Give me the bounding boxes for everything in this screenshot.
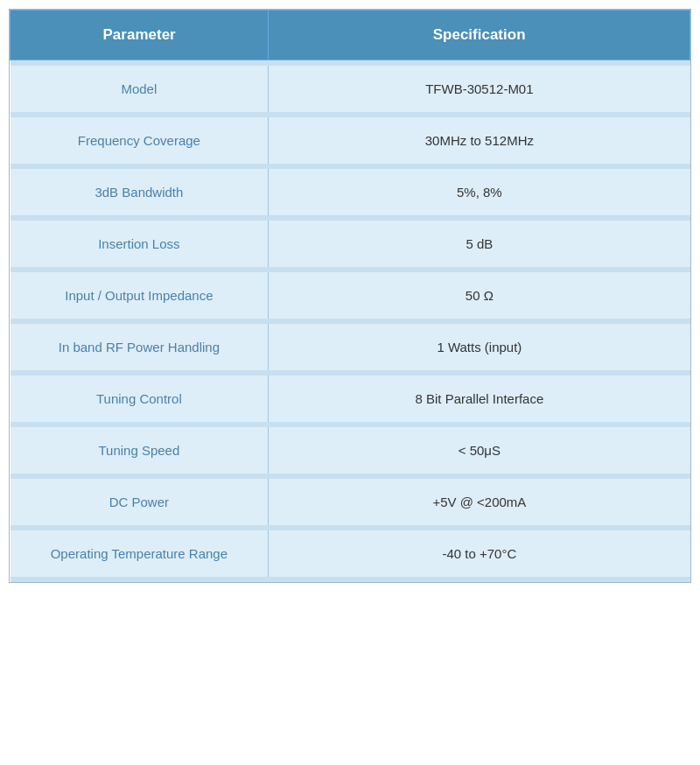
table-row: Frequency Coverage30MHz to 512MHz [10, 117, 690, 164]
table-row: Insertion Loss5 dB [10, 221, 690, 267]
spec-bandwidth: 5%, 8% [269, 169, 690, 215]
spec-impedance: 50 Ω [269, 272, 690, 319]
table-row: Tuning Control8 Bit Parallel Interface [10, 375, 690, 422]
param-dc-power: DC Power [10, 479, 269, 525]
param-insertion-loss: Insertion Loss [10, 221, 269, 267]
table-row: 3dB Bandwidth5%, 8% [10, 169, 690, 215]
param-bandwidth: 3dB Bandwidth [10, 169, 269, 215]
table-row: Operating Temperature Range-40 to +70°C [10, 530, 690, 577]
spec-insertion-loss: 5 dB [269, 221, 690, 267]
spec-temp-range: -40 to +70°C [269, 530, 690, 577]
header-parameter: Parameter [10, 11, 269, 60]
spec-model: TFWB-30512-M01 [269, 66, 690, 112]
table-row: In band RF Power Handling1 Watts (input) [10, 324, 690, 370]
table-row: ModelTFWB-30512-M01 [10, 66, 690, 112]
spec-table: Parameter Specification ModelTFWB-30512-… [9, 9, 691, 583]
header-specification: Specification [269, 11, 690, 60]
spec-dc-power: +5V @ <200mA [269, 479, 690, 525]
table-row: DC Power+5V @ <200mA [10, 479, 690, 525]
param-impedance: Input / Output Impedance [10, 272, 269, 319]
spec-frequency-coverage: 30MHz to 512MHz [269, 117, 690, 164]
table-row: Tuning Speed< 50μS [10, 427, 690, 474]
param-temp-range: Operating Temperature Range [10, 530, 269, 577]
param-frequency-coverage: Frequency Coverage [10, 117, 269, 164]
spec-tuning-control: 8 Bit Parallel Interface [269, 375, 690, 422]
param-tuning-speed: Tuning Speed [10, 427, 269, 474]
spec-rf-power: 1 Watts (input) [269, 324, 690, 370]
table-row: Input / Output Impedance50 Ω [10, 272, 690, 319]
param-rf-power: In band RF Power Handling [10, 324, 269, 370]
param-model: Model [10, 66, 269, 112]
spec-tuning-speed: < 50μS [269, 427, 690, 474]
param-tuning-control: Tuning Control [10, 375, 269, 422]
